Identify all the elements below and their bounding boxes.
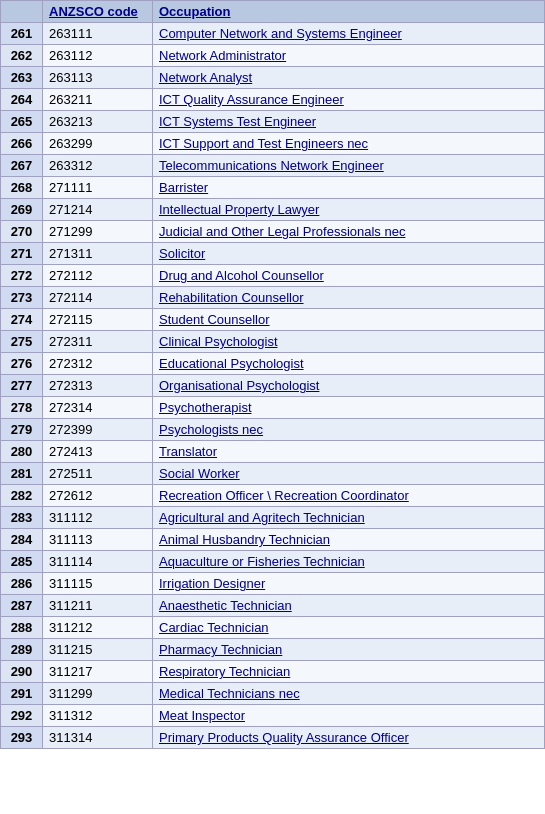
- occupation-name[interactable]: Respiratory Technician: [153, 661, 545, 683]
- row-number: 279: [1, 419, 43, 441]
- anzsco-code: 272313: [43, 375, 153, 397]
- row-number: 292: [1, 705, 43, 727]
- anzsco-code: 311215: [43, 639, 153, 661]
- table-row: 277272313Organisational Psychologist: [1, 375, 545, 397]
- row-number: 288: [1, 617, 43, 639]
- occupation-name[interactable]: ICT Quality Assurance Engineer: [153, 89, 545, 111]
- table-row: 278272314Psychotherapist: [1, 397, 545, 419]
- table-row: 281272511Social Worker: [1, 463, 545, 485]
- anzsco-code: 272612: [43, 485, 153, 507]
- occupation-name[interactable]: ICT Support and Test Engineers nec: [153, 133, 545, 155]
- table-row: 270271299Judicial and Other Legal Profes…: [1, 221, 545, 243]
- occupation-name[interactable]: Primary Products Quality Assurance Offic…: [153, 727, 545, 749]
- table-header-row: ANZSCO code Occupation: [1, 1, 545, 23]
- row-number: 281: [1, 463, 43, 485]
- table-row: 279272399Psychologists nec: [1, 419, 545, 441]
- occupation-name[interactable]: Recreation Officer \ Recreation Coordina…: [153, 485, 545, 507]
- occupation-name[interactable]: Educational Psychologist: [153, 353, 545, 375]
- row-number: 291: [1, 683, 43, 705]
- table-row: 292311312Meat Inspector: [1, 705, 545, 727]
- row-number: 287: [1, 595, 43, 617]
- anzsco-code: 311112: [43, 507, 153, 529]
- occupation-name[interactable]: Social Worker: [153, 463, 545, 485]
- occupation-name[interactable]: Intellectual Property Lawyer: [153, 199, 545, 221]
- row-number: 268: [1, 177, 43, 199]
- table-row: 280272413Translator: [1, 441, 545, 463]
- row-number: 275: [1, 331, 43, 353]
- occupation-name[interactable]: Agricultural and Agritech Technician: [153, 507, 545, 529]
- row-number: 267: [1, 155, 43, 177]
- occupation-name[interactable]: Medical Technicians nec: [153, 683, 545, 705]
- table-row: 265263213ICT Systems Test Engineer: [1, 111, 545, 133]
- anzsco-code: 272114: [43, 287, 153, 309]
- header-occupation[interactable]: Occupation: [153, 1, 545, 23]
- table-row: 275272311Clinical Psychologist: [1, 331, 545, 353]
- anzsco-code: 271111: [43, 177, 153, 199]
- row-number: 264: [1, 89, 43, 111]
- table-row: 262263112Network Administrator: [1, 45, 545, 67]
- occupation-name[interactable]: Anaesthetic Technician: [153, 595, 545, 617]
- occupation-name[interactable]: Judicial and Other Legal Professionals n…: [153, 221, 545, 243]
- occupation-name[interactable]: Irrigation Designer: [153, 573, 545, 595]
- occupation-name[interactable]: Cardiac Technician: [153, 617, 545, 639]
- occupation-name[interactable]: ICT Systems Test Engineer: [153, 111, 545, 133]
- anzsco-code: 311312: [43, 705, 153, 727]
- table-row: 286311115Irrigation Designer: [1, 573, 545, 595]
- occupation-name[interactable]: Telecommunications Network Engineer: [153, 155, 545, 177]
- row-number: 293: [1, 727, 43, 749]
- anzsco-code: 271311: [43, 243, 153, 265]
- anzsco-code: 272511: [43, 463, 153, 485]
- occupation-name[interactable]: Translator: [153, 441, 545, 463]
- occupation-name[interactable]: Psychotherapist: [153, 397, 545, 419]
- row-number: 269: [1, 199, 43, 221]
- anzsco-code: 263113: [43, 67, 153, 89]
- table-row: 293311314Primary Products Quality Assura…: [1, 727, 545, 749]
- table-row: 269271214Intellectual Property Lawyer: [1, 199, 545, 221]
- row-number: 274: [1, 309, 43, 331]
- occupation-name[interactable]: Computer Network and Systems Engineer: [153, 23, 545, 45]
- occupation-name[interactable]: Student Counsellor: [153, 309, 545, 331]
- row-number: 266: [1, 133, 43, 155]
- anzsco-code: 311217: [43, 661, 153, 683]
- anzsco-code: 272311: [43, 331, 153, 353]
- table-row: 288311212Cardiac Technician: [1, 617, 545, 639]
- table-row: 272272112Drug and Alcohol Counsellor: [1, 265, 545, 287]
- row-number: 265: [1, 111, 43, 133]
- occupation-name[interactable]: Network Administrator: [153, 45, 545, 67]
- occupation-name[interactable]: Solicitor: [153, 243, 545, 265]
- occupation-name[interactable]: Clinical Psychologist: [153, 331, 545, 353]
- row-number: 263: [1, 67, 43, 89]
- table-row: 282272612Recreation Officer \ Recreation…: [1, 485, 545, 507]
- occupation-name[interactable]: Aquaculture or Fisheries Technician: [153, 551, 545, 573]
- anzsco-code: 263213: [43, 111, 153, 133]
- occupation-name[interactable]: Network Analyst: [153, 67, 545, 89]
- row-number: 261: [1, 23, 43, 45]
- row-number: 270: [1, 221, 43, 243]
- occupation-name[interactable]: Organisational Psychologist: [153, 375, 545, 397]
- table-row: 287311211Anaesthetic Technician: [1, 595, 545, 617]
- occupation-name[interactable]: Animal Husbandry Technician: [153, 529, 545, 551]
- table-row: 284311113Animal Husbandry Technician: [1, 529, 545, 551]
- anzsco-code: 311212: [43, 617, 153, 639]
- table-row: 263263113Network Analyst: [1, 67, 545, 89]
- table-row: 268271111Barrister: [1, 177, 545, 199]
- table-row: 271271311Solicitor: [1, 243, 545, 265]
- row-number: 278: [1, 397, 43, 419]
- row-number: 271: [1, 243, 43, 265]
- row-number: 283: [1, 507, 43, 529]
- anzsco-code: 272115: [43, 309, 153, 331]
- table-row: 283311112Agricultural and Agritech Techn…: [1, 507, 545, 529]
- anzsco-code: 263111: [43, 23, 153, 45]
- occupation-name[interactable]: Rehabilitation Counsellor: [153, 287, 545, 309]
- occupation-name[interactable]: Meat Inspector: [153, 705, 545, 727]
- table-row: 289311215Pharmacy Technician: [1, 639, 545, 661]
- row-number: 286: [1, 573, 43, 595]
- occupation-name[interactable]: Pharmacy Technician: [153, 639, 545, 661]
- occupation-name[interactable]: Barrister: [153, 177, 545, 199]
- header-anzsco[interactable]: ANZSCO code: [43, 1, 153, 23]
- occupation-name[interactable]: Drug and Alcohol Counsellor: [153, 265, 545, 287]
- anzsco-code: 311211: [43, 595, 153, 617]
- anzsco-code: 272413: [43, 441, 153, 463]
- occupation-name[interactable]: Psychologists nec: [153, 419, 545, 441]
- row-number: 285: [1, 551, 43, 573]
